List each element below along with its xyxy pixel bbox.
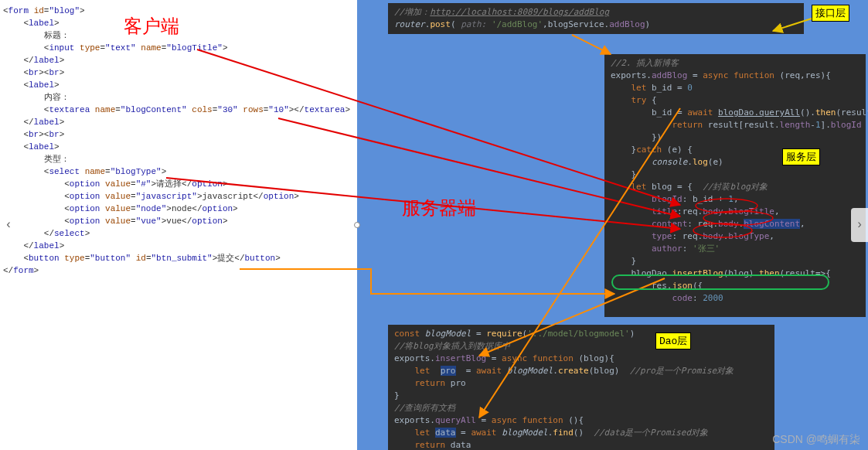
nav-next-button[interactable]: › bbox=[851, 208, 868, 242]
client-code-panel: <form id="blog"> <label> 标题： <input type… bbox=[0, 0, 357, 450]
watermark: CSDN @鸣蜩有柒 bbox=[772, 433, 860, 447]
client-label: 客户端 bbox=[124, 14, 179, 39]
api-layer-label: 接口层 bbox=[812, 5, 849, 22]
slide-indicator bbox=[354, 222, 360, 228]
dao-layer-label: Dao层 bbox=[655, 332, 691, 349]
router-code: //增加：http://localhost:8089/blogs/addBlog… bbox=[388, 3, 804, 34]
service-code: //2. 插入新博客 exports.addBlog = async funct… bbox=[604, 54, 866, 317]
dao-code: const blogModel = require('../model/blog… bbox=[388, 325, 774, 450]
server-panel: //增加：http://localhost:8089/blogs/addBlog… bbox=[357, 0, 868, 450]
nav-prev-button[interactable]: ‹ bbox=[0, 208, 17, 242]
service-layer-label: 服务层 bbox=[782, 148, 820, 165]
client-html-code: <form id="blog"> <label> 标题： <input type… bbox=[0, 0, 357, 281]
server-label: 服务器端 bbox=[402, 196, 476, 220]
